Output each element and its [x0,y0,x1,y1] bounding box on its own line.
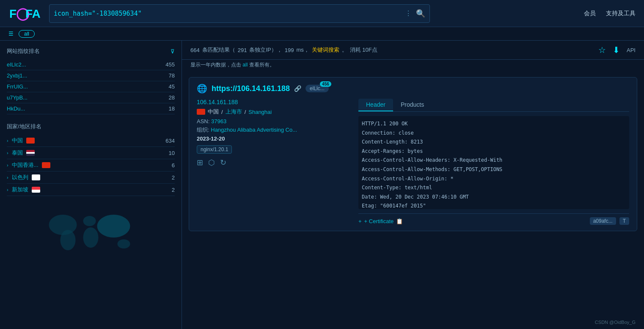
results-text-2: 条独立IP）， [249,46,282,54]
list-item: HkDu... 18 [7,103,175,114]
footer-badge-2[interactable]: T [619,217,629,225]
search-icons: ⋮ 🔍 [405,9,425,18]
funnel-icon[interactable]: ⊽ [171,48,175,55]
country-name-2[interactable]: 中国香港... [12,161,39,169]
membership-link[interactable]: 会员 [584,10,596,17]
fingerprint-count-0: 455 [165,61,175,68]
china-flag [26,138,35,144]
svg-point-4 [49,215,77,235]
city-link[interactable]: Shanghai [248,109,272,115]
result-card: 🌐 https://106.14.161.188 🔗 elLlc... 456 … [189,77,637,231]
chevron-right-icon: › [7,150,8,155]
country-name-0[interactable]: 中国 [12,137,23,144]
list-item: › 新加坡 2 [7,184,175,196]
list-item: 2yxbj1... 78 [7,70,175,81]
chevron-right-icon: › [7,187,8,192]
svg-text:F: F [9,7,17,20]
list-item: u7YpB... 28 [7,92,175,103]
server-badge: nginx/1.20.1 [197,145,232,154]
badge-tag[interactable]: elLlc... 456 [305,85,329,92]
card-action-icons: ⊞ ⬡ ↻ [197,158,350,167]
country-count-0: 634 [165,138,175,144]
org-link[interactable]: Hangzhou Alibaba Advertising Co... [211,127,297,133]
list-item: FrrUlG... 45 [7,81,175,92]
fingerprint-count-3: 28 [169,94,175,101]
header-nav: 会员 支持及工具 [584,10,636,17]
result-count: 664 [190,47,200,53]
country-label: 中国 [208,108,219,116]
independent-ip-count: 291 [238,47,247,53]
all-filter-badge[interactable]: all [19,30,35,38]
thailand-flag [26,150,35,156]
card-asn-row: ASN: 37963 [197,118,350,124]
svg-point-7 [83,227,99,248]
plus-icon: + [358,218,362,224]
list-item: › 中国香港... 6 [7,159,175,171]
chevron-right-icon: › [7,138,8,143]
card-date: 2023-12-20 [197,135,350,142]
province-link[interactable]: 上海市 [226,108,242,116]
main-container: 网站指纹排名 ⊽ eILlc2... 455 2yxbj1... 78 FrrU… [0,41,644,329]
results-text-4: 。 [342,46,347,54]
sidebar: 网站指纹排名 ⊽ eILlc2... 455 2yxbj1... 78 FrrU… [0,41,182,329]
fingerprint-label-1[interactable]: 2yxbj1... [7,72,27,79]
tab-header[interactable]: Header [358,99,393,111]
globe-icon: 🌐 [197,83,207,94]
star-icon[interactable]: ☆ [598,45,606,55]
svg-point-5 [61,230,76,250]
download-icon[interactable]: ⬇ [613,45,620,55]
country-list: › 中国 634 › 泰国 10 › 中国香港... 6 › 以色列 [7,135,175,196]
top-bar: ☰ all [0,27,644,41]
svg-point-6 [83,216,96,226]
cert-icon: 📋 [396,218,403,224]
asn-link[interactable]: 37963 [211,118,226,124]
country-name-3[interactable]: 以色列 [12,174,28,181]
svg-point-9 [118,239,130,249]
card-ip[interactable]: 106.14.161.188 [197,99,350,105]
world-map [7,205,175,255]
content-area: 664 条匹配结果（ 291 条独立IP）， 199 ms， 关键词搜索 。 消… [182,41,644,329]
header: F ◯ FA icon_hash="-1830859634" ⋮ 🔍 会员 支持… [0,0,644,27]
search-button[interactable]: 🔍 [416,9,425,18]
hk-flag [42,162,50,168]
svg-point-8 [97,215,130,238]
all-link[interactable]: all [242,62,248,68]
link-icon[interactable]: 🔗 [294,85,301,92]
filter-icon[interactable]: ☰ [8,30,14,37]
refresh-icon[interactable]: ↻ [220,158,226,167]
card-url[interactable]: https://106.14.161.188 [212,84,290,93]
card-left: 106.14.161.188 中国 / 上海市 / Shanghai ASN: … [197,99,350,225]
country-name-4[interactable]: 新加坡 [12,186,28,194]
footer-credit: CSDN @OidBoy_G [595,320,636,325]
fingerprint-label-0[interactable]: eILlc2... [7,61,26,68]
certificate-link[interactable]: + + Certificate 📋 [358,218,403,224]
fingerprint-label-4[interactable]: HkDu... [7,105,25,112]
search-input[interactable]: icon_hash="-1830859634" [54,10,405,17]
fingerprint-label-3[interactable]: u7YpB... [7,94,28,101]
country-count-4: 2 [172,187,175,193]
fingerprint-count-1: 78 [169,72,175,79]
list-item: eILlc2... 455 [7,59,175,70]
fingerprint-list: eILlc2... 455 2yxbj1... 78 FrrUlG... 45 … [7,59,175,114]
header-content: HTTP/1.1 200 OK Connection: close Conten… [358,116,629,209]
results-text-3: ms， [296,46,309,54]
keyword-search-link[interactable]: 关键词搜索 [312,46,339,54]
card-footer: + + Certificate 📋 a09afc... T [358,213,629,225]
cost-label: 消耗 10F点 [350,46,377,54]
support-tools-link[interactable]: 支持及工具 [606,10,636,17]
footer-badge-1[interactable]: a09afc... [590,217,616,225]
country-name-1[interactable]: 泰国 [12,149,23,157]
screenshot-icon[interactable]: ⊞ [197,158,203,167]
more-options-icon[interactable]: ⋮ [405,9,412,17]
fingerprint-label-2[interactable]: FrrUlG... [7,83,28,90]
cube-icon[interactable]: ⬡ [208,158,215,167]
tab-products[interactable]: Products [393,99,432,111]
list-item: › 以色列 2 [7,171,175,184]
country-count-1: 10 [169,150,175,156]
israel-flag [32,174,40,180]
results-text-1: 条匹配结果（ [202,46,235,54]
country-count-2: 6 [172,162,175,169]
results-bar: 664 条匹配结果（ 291 条独立IP）， 199 ms， 关键词搜索 。 消… [182,41,644,60]
list-item: › 泰国 10 [7,147,175,159]
api-label[interactable]: API [627,47,636,53]
